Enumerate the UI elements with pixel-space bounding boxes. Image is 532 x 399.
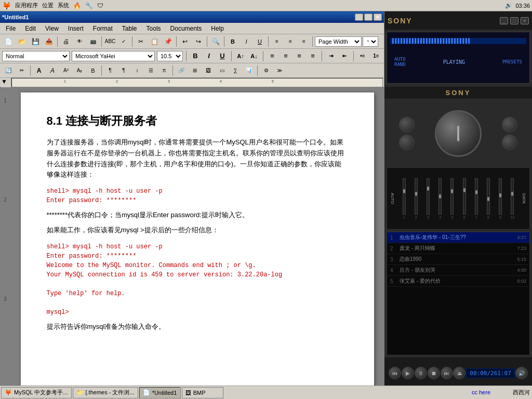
zoom-select[interactable]: ▼ <box>363 36 378 47</box>
eject-button[interactable]: ⏏ <box>453 367 466 379</box>
table-btn[interactable]: ⊞ <box>189 65 201 76</box>
menu-apps[interactable]: 应用程序 <box>15 2 38 9</box>
frame-btn[interactable]: ▭ <box>216 65 228 76</box>
charA4-button[interactable]: A₂ <box>73 65 86 76</box>
taskbar-item-mysql[interactable]: 🦊 MySQL 中文参考手... <box>1 387 72 398</box>
play-button[interactable]: ▶ <box>402 367 414 379</box>
more-btn[interactable]: ≫ <box>273 65 286 76</box>
sony-minimize[interactable]: _ <box>500 17 508 24</box>
page[interactable]: 8.1 连接与断开服务者 为了连接服务器，当你调用mysql时，你通常将需要提供… <box>21 92 374 389</box>
eq-slider-6[interactable]: 6 <box>459 178 469 219</box>
undo-button[interactable]: ↩ <box>179 36 191 47</box>
macro-btn[interactable]: ⚙ <box>260 65 272 76</box>
indent-btn[interactable]: ⇥ <box>325 51 337 61</box>
para-btn2[interactable]: ¶ <box>117 65 130 76</box>
minimize-button[interactable]: _ <box>355 14 363 21</box>
playlist-item-3[interactable]: 3 恋曲1990 5:15 <box>387 254 529 265</box>
link-button[interactable]: 🔗 <box>175 65 188 76</box>
menu-help[interactable]: Help <box>206 23 229 34</box>
taskbar-item-bmp[interactable]: 🖼 BMP <box>182 387 223 398</box>
find-button[interactable]: 🔍 <box>209 36 222 47</box>
italic-display-button[interactable]: I <box>240 36 252 47</box>
spell-button[interactable]: ABC <box>104 36 116 47</box>
new-button[interactable]: 📄 <box>2 36 15 47</box>
menu-documents[interactable]: Documents <box>166 23 207 34</box>
menu-system[interactable]: 系统 <box>58 2 69 9</box>
eq-slider-10[interactable]: 10 <box>508 178 517 219</box>
auto-button[interactable]: ✓ <box>117 36 130 47</box>
eq-slider-5[interactable]: 5 <box>447 178 457 219</box>
ctrl-small-2[interactable] <box>399 135 415 150</box>
align-center-format-button[interactable]: ≡ <box>280 51 291 61</box>
img-btn[interactable]: 🖼 <box>202 65 215 76</box>
sony-close[interactable]: ✕ <box>521 17 529 24</box>
style-select[interactable]: Normal <box>2 51 70 61</box>
list-bullet-button[interactable]: •≡ <box>357 51 368 61</box>
eq-slider-2[interactable]: 2 <box>411 178 421 219</box>
redo-button[interactable]: ↪ <box>192 36 205 47</box>
menu-edit[interactable]: Edit <box>20 23 41 34</box>
eq-slider-3[interactable]: 3 <box>423 178 433 219</box>
paste-button[interactable]: 📌 <box>162 36 174 47</box>
eq-slider-9[interactable]: 9 <box>496 178 506 219</box>
charA-button[interactable]: A <box>33 65 45 76</box>
font-color-button[interactable]: ✏ <box>16 65 28 76</box>
sony-maximize[interactable]: □ <box>510 17 518 24</box>
eq-slider-8[interactable]: 8 <box>483 178 493 219</box>
ctrl-small-1[interactable] <box>399 117 415 132</box>
save-button[interactable]: 💾 <box>29 36 42 47</box>
eq-slider-7[interactable]: 7 <box>471 178 481 219</box>
underline-display-button[interactable]: U <box>254 36 266 47</box>
menu-table[interactable]: Table <box>117 23 142 34</box>
chart-btn[interactable]: 📊 <box>243 65 255 76</box>
underline-button[interactable]: U <box>217 51 228 61</box>
playlist-item-1[interactable]: 1 虫虫音乐-龙伟华 - 01-三生?? 4:27 <box>387 232 529 243</box>
print-preview-button[interactable]: 👁 <box>73 36 86 47</box>
menu-format[interactable]: Format <box>88 23 117 34</box>
taskbar-item-themes[interactable]: 📁 [.themes - 文件浏... <box>73 387 138 398</box>
para-btn4[interactable]: ☰ <box>144 65 157 76</box>
page-container[interactable]: 8.1 连接与断开服务者 为了连接服务器，当你调用mysql时，你通常将需要提供… <box>10 87 384 389</box>
volume-button[interactable]: 🔊 <box>515 367 528 379</box>
align-right-format-button[interactable]: ≡ <box>294 51 305 61</box>
prev-button[interactable]: ⏮ <box>389 367 401 379</box>
justify-format-button[interactable]: ≡ <box>307 51 318 61</box>
stop-button[interactable]: ⏹ <box>428 367 440 379</box>
charA3-button[interactable]: A² <box>60 65 72 76</box>
list-number-button[interactable]: 1≡ <box>370 51 382 61</box>
copy-button[interactable]: 📋 <box>148 36 161 47</box>
pause-button[interactable]: ⏸ <box>415 367 427 379</box>
size-select[interactable]: 10.5 <box>157 51 183 61</box>
ctrl-small-3[interactable] <box>502 117 517 132</box>
open-button[interactable]: 📂 <box>16 36 28 47</box>
taskbar-item-untitled[interactable]: 📄 *Untitled1 <box>139 387 181 398</box>
bold-display-button[interactable]: B <box>227 36 239 47</box>
align-left-format-button[interactable]: ≡ <box>267 51 278 61</box>
font-size-down-button[interactable]: A↓ <box>248 51 260 61</box>
main-volume-knob[interactable] <box>435 110 482 157</box>
cut-button[interactable]: ✂ <box>135 36 147 47</box>
menu-insert[interactable]: Insert <box>63 23 88 34</box>
pi-btn[interactable]: π <box>158 65 170 76</box>
para-btn1[interactable]: ¶ <box>104 65 116 76</box>
font-select[interactable]: Microsoft YaHei <box>72 51 155 61</box>
next-button[interactable]: ⏭ <box>441 367 453 379</box>
font-size-up-button[interactable]: A↑ <box>235 51 246 61</box>
formula-btn[interactable]: ∑ <box>229 65 242 76</box>
charA2-button[interactable]: A <box>46 65 59 76</box>
page-width-select[interactable]: Page Width <box>315 36 362 47</box>
ctrl-small-4[interactable] <box>502 135 517 150</box>
fax-button[interactable]: 📠 <box>87 36 99 47</box>
charB-button[interactable]: B <box>87 65 99 76</box>
menu-tools[interactable]: Tools <box>142 23 166 34</box>
align-center-button[interactable]: ≡ <box>284 36 297 47</box>
close-button[interactable]: ✕ <box>374 14 382 21</box>
align-right-button[interactable]: ≡ <box>298 36 310 47</box>
playlist-item-5[interactable]: 5 张艾嘉 - 爱的代价 5:02 <box>387 276 529 287</box>
print-button[interactable]: 🖨 <box>60 36 72 47</box>
italic-button[interactable]: I <box>203 51 215 61</box>
menu-position[interactable]: 位置 <box>42 2 54 9</box>
bold-button[interactable]: B <box>190 51 201 61</box>
menu-view[interactable]: View <box>41 23 63 34</box>
para-btn3[interactable]: ↕ <box>131 65 143 76</box>
